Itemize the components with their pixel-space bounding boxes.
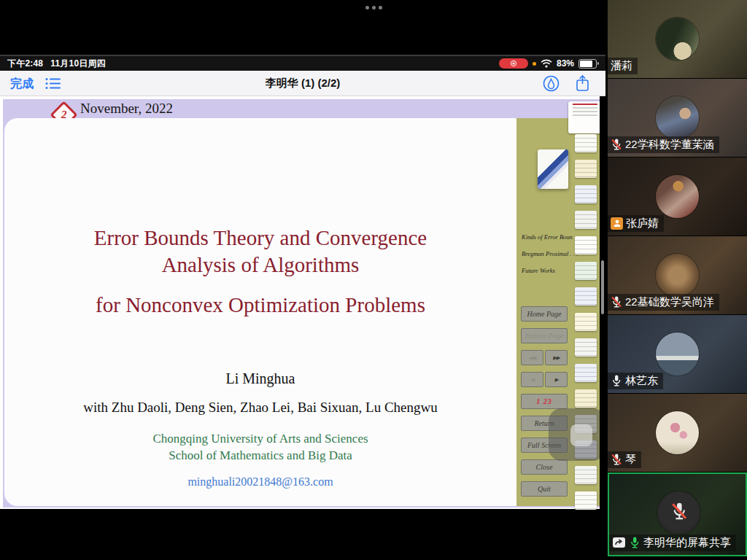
slide-coauthors: with Zhu Daoli, Deng Sien, Zhao Lei, Bai… — [4, 400, 516, 416]
scrollbar-thumb[interactable] — [601, 260, 604, 314]
slide-content: Error Bounds Theory and Convergence Anal… — [4, 118, 516, 506]
participant-name: 琴 — [625, 453, 636, 466]
participant-tile[interactable]: 22学科数学董茉涵 — [608, 79, 747, 157]
participant-label: 张庐婧 — [608, 215, 664, 232]
mic-muted-icon — [611, 453, 622, 466]
page-thumbnail[interactable] — [575, 389, 597, 408]
participant-tile[interactable]: 琴 — [608, 394, 747, 472]
slide-author: Li Minghua — [4, 370, 516, 387]
beamer-button-next-fast[interactable]: ▶▶ — [545, 350, 568, 365]
participant-tile[interactable]: 22基础数学吴尚洋 — [608, 236, 747, 314]
participant-tile[interactable]: 潘莉 — [608, 0, 747, 78]
page-thumbnail[interactable] — [575, 160, 597, 178]
participant-name: 22基础数学吴尚洋 — [625, 295, 714, 308]
beamer-button-banner-page[interactable]: Banner Page — [521, 328, 568, 343]
record-icon — [510, 60, 517, 67]
participant-name: 张庐婧 — [626, 217, 659, 230]
slide-date: November, 2022 — [80, 101, 173, 117]
avatar — [656, 96, 699, 139]
beamer-button-home-page[interactable]: Home Page — [521, 306, 568, 322]
slide-affiliation: Chongqing University of Arts and Science… — [4, 430, 516, 464]
participant-label: 22基础数学吴尚洋 — [608, 294, 719, 311]
slide-title-line1: Error Bounds Theory and Convergence Anal… — [4, 225, 516, 279]
document-title: 李明华 (1) (2/2) — [0, 77, 605, 90]
markup-icon[interactable] — [543, 75, 560, 95]
avatar — [656, 254, 699, 297]
battery-percent: 83% — [557, 58, 574, 69]
page-thumbnail[interactable] — [575, 338, 597, 357]
slide-page: 2 November, 2022 Error Bounds Theory and… — [3, 99, 600, 508]
mic-muted-icon — [611, 138, 622, 151]
mic-muted-icon — [670, 501, 688, 521]
beamer-button-prev-fast[interactable]: ◀◀ — [521, 350, 543, 365]
shared-ipad-screen: 下午2:48 11月10日周四 83% — [0, 55, 605, 560]
page-thumbnail[interactable] — [575, 364, 597, 382]
screen-share-icon — [612, 537, 626, 548]
page-thumbnail[interactable] — [575, 491, 597, 510]
page-thumbnail[interactable] — [575, 287, 597, 306]
page-thumbnail[interactable] — [575, 313, 597, 331]
mic-icon — [611, 374, 622, 387]
page-thumbnail[interactable] — [575, 236, 597, 254]
participant-label: 李明华的屏幕共享 — [609, 534, 736, 551]
page-thumbnail[interactable] — [575, 134, 597, 152]
screen-recording-pill[interactable] — [499, 58, 528, 69]
battery-icon — [578, 59, 597, 69]
mic-in-use-dot — [533, 62, 536, 66]
slide-email: minghuali20021848@163.com — [4, 475, 516, 489]
slide-title-line2: for Nonconvex Optimization Problems — [4, 292, 516, 319]
ipad-status-bar: 下午2:48 11月10日周四 83% — [0, 56, 605, 71]
beamer-button-quit[interactable]: Quit — [521, 481, 568, 497]
beamer-button-close[interactable]: Close — [521, 459, 568, 475]
avatar — [657, 491, 700, 534]
status-date: 11月10日周四 — [50, 58, 106, 70]
page-thumbnail-preview[interactable] — [538, 149, 568, 189]
participant-name: 林艺东 — [625, 374, 658, 387]
participant-panel: 潘莉 22学科数学董茉涵 张庐婧 22基础数学吴尚洋 林艺东 琴 — [608, 0, 747, 560]
participant-tile[interactable]: 林艺东 — [608, 315, 747, 393]
share-icon[interactable] — [575, 74, 590, 96]
current-page-thumbnail[interactable] — [568, 101, 602, 133]
avatar — [656, 411, 699, 454]
page-thumbnail[interactable] — [575, 211, 597, 229]
scroll-grabber[interactable] — [549, 408, 605, 461]
avatar — [656, 175, 699, 218]
participant-name: 潘莉 — [611, 59, 632, 72]
meeting-screen: 下午2:48 11月10日周四 83% — [0, 0, 747, 560]
participant-name: 22学科数学董茉涵 — [625, 138, 714, 151]
multitask-indicator[interactable] — [365, 6, 382, 9]
participant-label: 22学科数学董茉涵 — [608, 136, 719, 153]
mic-icon — [629, 536, 640, 549]
avatar — [656, 18, 699, 61]
avatar — [656, 332, 699, 376]
participant-name: 李明华的屏幕共享 — [643, 536, 731, 549]
beamer-button-prev[interactable]: ◀ — [521, 372, 543, 387]
pdf-app-toolbar: 完成 李明华 (1) (2/2) — [0, 71, 605, 96]
participant-label: 琴 — [608, 451, 641, 468]
page-thumbnail[interactable] — [575, 185, 597, 203]
mic-muted-icon — [611, 295, 622, 308]
status-time: 下午2:48 — [7, 58, 43, 70]
beamer-button-1-23[interactable]: 1 23 — [521, 394, 568, 409]
wifi-icon — [541, 59, 552, 68]
page-thumbnail[interactable] — [575, 466, 597, 484]
person-badge-icon — [611, 217, 623, 230]
beamer-button-next[interactable]: ▶ — [545, 372, 568, 387]
participant-tile[interactable]: 李明华的屏幕共享 — [608, 472, 747, 556]
participant-label: 林艺东 — [608, 373, 663, 389]
participant-tile[interactable]: 张庐婧 — [608, 158, 747, 236]
pdf-viewer: 2 November, 2022 Error Bounds Theory and… — [0, 96, 605, 509]
page-thumbnail[interactable] — [575, 262, 597, 280]
participant-label: 潘莉 — [608, 58, 638, 74]
